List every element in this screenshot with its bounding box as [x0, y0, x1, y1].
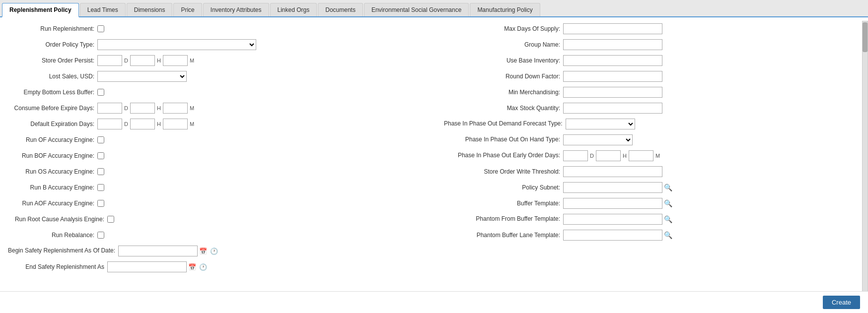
- min-merchandising-label: Min Merchandising:: [444, 89, 563, 96]
- tab-replenishment-policy[interactable]: Replenishment Policy: [2, 3, 79, 17]
- default-expiration-h-input[interactable]: [130, 119, 155, 129]
- policy-subnet-input[interactable]: [563, 182, 662, 193]
- end-safety-replenishment-input[interactable]: [107, 261, 187, 272]
- phantom-buffer-lane-template-input[interactable]: [563, 230, 662, 241]
- group-name-input[interactable]: [563, 39, 662, 50]
- run-b-accuracy-engine-label: Run B Accuracy Engine:: [8, 184, 97, 191]
- phase-in-phase-out-on-hand-type-row: Phase In Phase Out On Hand Type:: [444, 133, 860, 146]
- tab-inventory-attributes[interactable]: Inventory Attributes: [203, 3, 269, 16]
- run-rebalance-checkbox[interactable]: [97, 232, 104, 239]
- default-expiration-days-label: Default Expiration Days:: [8, 121, 97, 127]
- phase-in-phase-out-early-order-d-input[interactable]: [563, 150, 588, 161]
- begin-safety-replenishment-calendar-icon[interactable]: 📅: [198, 246, 209, 256]
- empty-bottom-less-buffer-label: Empty Bottom Less Buffer:: [8, 89, 97, 96]
- tab-dimensions[interactable]: Dimensions: [127, 3, 173, 16]
- tab-environmental-social-governance[interactable]: Environmental Social Governance: [364, 3, 469, 16]
- create-button[interactable]: Create: [823, 296, 860, 309]
- phase-in-phase-out-demand-forecast-type-select[interactable]: [566, 119, 635, 129]
- phase-in-phase-out-early-order-h-input[interactable]: [596, 150, 621, 161]
- max-stock-quantity-input[interactable]: [563, 103, 662, 114]
- run-of-accuracy-engine-label: Run OF Accuracy Engine:: [8, 136, 97, 143]
- phase-in-phase-out-on-hand-type-select[interactable]: [563, 134, 633, 145]
- policy-subnet-search-icon[interactable]: 🔍: [662, 182, 673, 193]
- run-aof-accuracy-engine-row: Run AOF Accuracy Engine:: [8, 197, 424, 210]
- store-order-persist-d-label: D: [123, 58, 129, 63]
- begin-safety-replenishment-clock-icon[interactable]: 🕐: [209, 246, 219, 256]
- scrollbar-thumb[interactable]: [863, 22, 868, 52]
- min-merchandising-input[interactable]: [563, 87, 662, 98]
- phantom-from-buffer-template-row: Phantom From Buffer Template: 🔍: [444, 213, 860, 226]
- round-down-factor-row: Round Down Factor:: [444, 70, 860, 83]
- phase-in-phase-out-demand-forecast-type-row: Phase In Phase Out Demand Forecast Type:: [444, 118, 860, 130]
- buffer-template-input[interactable]: [563, 198, 662, 209]
- store-order-persist-label: Store Order Persist:: [8, 57, 97, 64]
- default-expiration-m-input[interactable]: [163, 119, 188, 129]
- phase-in-phase-out-early-order-days-row: Phase In Phase Out Early Order Days: D H…: [444, 149, 860, 162]
- store-order-persist-h-input[interactable]: [130, 55, 155, 66]
- right-column: Max Days Of Supply: Group Name: Use Base…: [444, 22, 860, 276]
- end-safety-replenishment-calendar-icon[interactable]: 📅: [187, 261, 198, 272]
- policy-subnet-row: Policy Subnet: 🔍: [444, 181, 860, 194]
- consume-before-expire-days-dhm: D H M: [97, 103, 195, 114]
- round-down-factor-label: Round Down Factor:: [444, 73, 563, 80]
- run-replenishment-checkbox[interactable]: [97, 25, 104, 32]
- max-stock-quantity-label: Max Stock Quantity:: [444, 105, 563, 112]
- tab-price[interactable]: Price: [173, 3, 202, 16]
- consume-before-expire-h-input[interactable]: [130, 103, 155, 114]
- store-order-persist-d-input[interactable]: [97, 55, 122, 66]
- end-safety-replenishment-row: End Safety Replenishment As 📅 🕐: [8, 260, 424, 273]
- store-order-write-threshold-input[interactable]: [563, 166, 662, 177]
- order-policy-type-select[interactable]: [97, 39, 256, 50]
- run-aof-accuracy-engine-checkbox[interactable]: [97, 200, 104, 207]
- buffer-template-search-icon[interactable]: 🔍: [662, 198, 673, 209]
- run-os-accuracy-engine-checkbox[interactable]: [97, 168, 104, 175]
- phase-in-phase-out-early-order-m-input[interactable]: [629, 150, 653, 161]
- group-name-label: Group Name:: [444, 41, 563, 48]
- run-of-accuracy-engine-row: Run OF Accuracy Engine:: [8, 133, 424, 146]
- consume-before-expire-d-input[interactable]: [97, 103, 122, 114]
- phantom-buffer-lane-template-search-icon[interactable]: 🔍: [662, 230, 673, 241]
- begin-safety-replenishment-row: Begin Safety Replenishment As Of Date: 📅…: [8, 245, 424, 257]
- use-base-inventory-label: Use Base Inventory:: [444, 57, 563, 64]
- tab-manufacturing-policy[interactable]: Manufacturing Policy: [470, 3, 540, 16]
- consume-before-expire-m-input[interactable]: [163, 103, 188, 114]
- phase-in-phase-out-early-order-m-label: M: [654, 153, 661, 159]
- max-days-of-supply-input[interactable]: [563, 23, 662, 34]
- run-of-accuracy-engine-checkbox[interactable]: [97, 136, 104, 143]
- tab-linked-orgs[interactable]: Linked Orgs: [270, 3, 317, 16]
- run-bof-accuracy-engine-label: Run BOF Accuracy Engine:: [8, 152, 97, 159]
- empty-bottom-less-buffer-checkbox[interactable]: [97, 89, 104, 96]
- round-down-factor-input[interactable]: [563, 71, 662, 82]
- run-root-cause-analysis-engine-checkbox[interactable]: [107, 216, 114, 223]
- run-root-cause-analysis-engine-row: Run Root Cause Analysis Engine:: [8, 213, 424, 226]
- order-policy-type-label: Order Policy Type:: [8, 41, 97, 48]
- max-days-of-supply-row: Max Days Of Supply:: [444, 22, 860, 35]
- run-os-accuracy-engine-row: Run OS Accuracy Engine:: [8, 165, 424, 178]
- use-base-inventory-input[interactable]: [563, 55, 662, 66]
- phase-in-phase-out-early-order-days-label: Phase In Phase Out Early Order Days:: [444, 152, 563, 160]
- phantom-from-buffer-template-search-icon[interactable]: 🔍: [662, 214, 673, 225]
- begin-safety-replenishment-label: Begin Safety Replenishment As Of Date:: [8, 247, 118, 255]
- min-merchandising-row: Min Merchandising:: [444, 86, 860, 99]
- begin-safety-replenishment-input[interactable]: [118, 246, 198, 256]
- store-order-persist-m-input[interactable]: [163, 55, 188, 66]
- run-os-accuracy-engine-label: Run OS Accuracy Engine:: [8, 168, 97, 175]
- default-expiration-d-input[interactable]: [97, 119, 122, 129]
- tab-documents[interactable]: Documents: [318, 3, 363, 16]
- run-b-accuracy-engine-checkbox[interactable]: [97, 184, 104, 191]
- default-expiration-d-label: D: [123, 121, 129, 127]
- lost-sales-usd-select[interactable]: [97, 71, 187, 82]
- run-aof-accuracy-engine-label: Run AOF Accuracy Engine:: [8, 200, 97, 207]
- phantom-from-buffer-template-input[interactable]: [563, 214, 662, 225]
- default-expiration-h-label: H: [156, 121, 162, 127]
- scrollbar[interactable]: [862, 21, 868, 292]
- default-expiration-m-label: M: [189, 121, 195, 127]
- run-replenishment-label: Run Replenishment:: [8, 25, 97, 32]
- end-safety-replenishment-clock-icon[interactable]: 🕐: [198, 261, 209, 272]
- run-rebalance-label: Run Rebalance:: [8, 232, 97, 239]
- tab-lead-times[interactable]: Lead Times: [80, 3, 126, 16]
- run-bof-accuracy-engine-checkbox[interactable]: [97, 152, 104, 159]
- default-expiration-days-dhm: D H M: [97, 119, 195, 129]
- empty-bottom-less-buffer-row: Empty Bottom Less Buffer:: [8, 86, 424, 99]
- phase-in-phase-out-demand-forecast-type-label: Phase In Phase Out Demand Forecast Type:: [444, 120, 566, 128]
